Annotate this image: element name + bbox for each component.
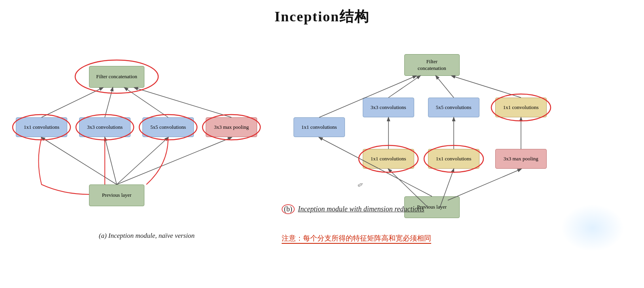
svg-line-21 — [436, 76, 454, 98]
svg-line-5 — [105, 88, 113, 117]
pencil-icon: ✏ — [356, 180, 365, 190]
left-conv3x3: 3x3 convolutions — [79, 117, 131, 137]
right-conv5x5: 5x5 convolutions — [428, 98, 479, 117]
left-filter-concat: Filter concatenation — [89, 66, 144, 88]
svg-line-6 — [125, 88, 168, 117]
right-red1x1-3x3: 1x1 convolutions — [363, 149, 414, 169]
right-maxpool: 3x3 max pooling — [495, 149, 547, 169]
b-label: (b) — [282, 204, 295, 214]
right-conv1x1-direct: 1x1 convolutions — [294, 117, 345, 137]
right-note: 注意：每个分支所得的特征矩阵高和宽必须相同 — [282, 233, 431, 244]
svg-line-0 — [42, 137, 117, 184]
svg-line-22 — [452, 76, 521, 98]
svg-line-20 — [388, 76, 420, 98]
right-conv3x3: 3x3 convolutions — [363, 98, 414, 117]
left-diagram: Filter concatenation 1x1 convolutions 3x… — [12, 30, 282, 252]
right-conv1x1-right: 1x1 convolutions — [495, 98, 547, 117]
page-title: Inception结构 — [0, 0, 644, 30]
left-conv5x5: 5x5 convolutions — [142, 117, 194, 137]
left-prev-layer: Previous layer — [89, 184, 144, 206]
left-annotations — [12, 30, 282, 252]
svg-line-16 — [448, 169, 521, 200]
left-arrows — [12, 30, 282, 252]
right-diagram: Filterconcatenation 1x1 convolutions 3x3… — [282, 30, 632, 252]
caption-underlined: Inception module with dimension reductio… — [298, 205, 424, 213]
left-conv1x1: 1x1 convolutions — [16, 117, 67, 137]
right-filter-concat: Filterconcatenation — [404, 54, 460, 76]
left-caption: (a) Inception module, naïve version — [12, 232, 282, 240]
left-maxpool: 3x3 max pooling — [206, 117, 257, 137]
svg-line-7 — [134, 88, 231, 117]
note-underline-text: 注意：每个分支所得的特征矩阵高和宽必须相同 — [282, 233, 431, 244]
svg-line-2 — [117, 137, 168, 184]
right-red1x1-5x5: 1x1 convolutions — [428, 149, 479, 169]
right-caption: (b) Inception module with dimension redu… — [282, 204, 632, 214]
svg-line-4 — [42, 88, 103, 117]
svg-line-3 — [117, 137, 231, 184]
svg-line-1 — [105, 137, 117, 184]
